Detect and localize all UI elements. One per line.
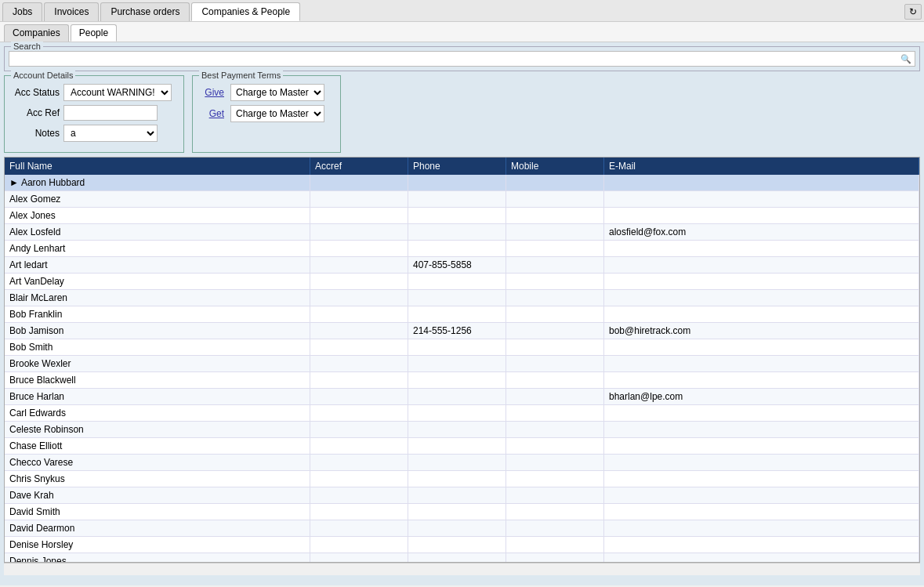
cell-accref — [310, 175, 408, 190]
table-row[interactable]: Celeste Robinson — [5, 422, 919, 438]
cell-name: Brooke Wexler — [5, 356, 310, 371]
get-label[interactable]: Get — [201, 108, 224, 119]
cell-name: Chris Snykus — [5, 471, 310, 487]
table-row[interactable]: Blair McLaren — [5, 290, 919, 306]
cell-email — [604, 241, 919, 256]
table-row[interactable]: Alex Gomez — [5, 191, 919, 208]
give-label[interactable]: Give — [201, 87, 224, 98]
cell-phone: 214-555-1256 — [408, 323, 506, 339]
account-details-box: Account Details Acc Status Account WARNI… — [4, 75, 184, 153]
col-fullname: Full Name — [5, 158, 310, 175]
acc-ref-input[interactable] — [63, 105, 158, 121]
cell-email — [604, 257, 919, 273]
payment-terms-label: Best Payment Terms — [199, 71, 283, 80]
table-row[interactable]: Alex Losfeldalosfield@fox.com — [5, 224, 919, 241]
table-row[interactable]: Denise Horsley — [5, 537, 919, 553]
cell-phone — [408, 487, 506, 503]
table-row[interactable]: Chris Snykus — [5, 471, 919, 487]
cell-email: bharlan@lpe.com — [604, 389, 919, 404]
cell-accref — [310, 438, 408, 454]
cell-phone — [408, 306, 506, 322]
table-row[interactable]: Bob Franklin — [5, 306, 919, 323]
cell-mobile — [506, 323, 604, 339]
top-tab-invoices[interactable]: Invoices — [44, 2, 99, 21]
acc-status-row: Acc Status Account WARNING! Active Inact… — [13, 84, 176, 101]
table-row[interactable]: Bob Jamison214-555-1256bob@hiretrack.com — [5, 323, 919, 339]
table-row[interactable]: Bruce Harlanbharlan@lpe.com — [5, 389, 919, 405]
payment-terms-box: Best Payment Terms Give Charge to Master… — [192, 75, 341, 153]
table-row[interactable]: Chase Elliott — [5, 438, 919, 455]
cell-phone — [408, 241, 506, 256]
cell-accref — [310, 323, 408, 339]
notes-label: Notes — [13, 128, 60, 139]
search-section-label: Search — [11, 42, 43, 51]
table-row[interactable]: Dave Krah — [5, 487, 919, 504]
cell-mobile — [506, 405, 604, 421]
table-row[interactable]: David Smith — [5, 504, 919, 520]
cell-email — [604, 553, 919, 562]
acc-status-select[interactable]: Account WARNING! Active Inactive On Hold — [63, 84, 172, 101]
notes-select[interactable]: a — [63, 125, 158, 142]
cell-email — [604, 504, 919, 520]
table-row[interactable]: Alex Jones — [5, 208, 919, 224]
cell-mobile — [506, 455, 604, 470]
bottom-scrollbar[interactable] — [4, 563, 920, 575]
top-tab-jobs[interactable]: Jobs — [2, 2, 42, 21]
filter-area: Account Details Acc Status Account WARNI… — [4, 75, 920, 153]
cell-phone — [408, 455, 506, 470]
cell-mobile — [506, 175, 604, 190]
table-row[interactable]: David Dearmon — [5, 520, 919, 537]
table-row[interactable]: ►Aaron Hubbard — [5, 175, 919, 191]
top-tab-purchase-orders[interactable]: Purchase orders — [100, 2, 190, 21]
table-row[interactable]: Andy Lenhart — [5, 241, 919, 257]
cell-phone — [408, 224, 506, 240]
cell-name: Denise Horsley — [5, 537, 310, 553]
cell-accref — [310, 471, 408, 487]
sub-tab-people[interactable]: People — [71, 24, 117, 42]
give-row: Give Charge to Master Net 30 Net 60 COD … — [201, 84, 332, 101]
cell-name: Celeste Robinson — [5, 422, 310, 437]
cell-email — [604, 520, 919, 536]
cell-email — [604, 438, 919, 454]
cell-name: Art ledart — [5, 257, 310, 273]
cell-name: Bob Smith — [5, 339, 310, 355]
table-row[interactable]: Checco Varese — [5, 455, 919, 471]
table-row[interactable]: Art ledart407-855-5858 — [5, 257, 919, 274]
get-select[interactable]: Charge to Master Net 30 Net 60 COD Prepa… — [230, 105, 324, 122]
search-input[interactable] — [13, 53, 900, 64]
table-row[interactable]: Dennis Jones — [5, 553, 919, 562]
cell-name: Art VanDelay — [5, 274, 310, 289]
top-tabs-left: JobsInvoicesPurchase ordersCompanies & P… — [2, 2, 300, 21]
cell-accref — [310, 553, 408, 562]
table-row[interactable]: Bob Smith — [5, 339, 919, 356]
search-input-wrap: 🔍 — [9, 51, 915, 67]
acc-status-label: Acc Status — [13, 87, 60, 98]
cell-email — [604, 471, 919, 487]
cell-accref — [310, 520, 408, 536]
cell-mobile — [506, 241, 604, 256]
cell-phone: 407-855-5858 — [408, 257, 506, 273]
acc-ref-row: Acc Ref — [13, 105, 176, 121]
cell-mobile — [506, 191, 604, 207]
table-row[interactable]: Brooke Wexler — [5, 356, 919, 372]
table-row[interactable]: Art VanDelay — [5, 274, 919, 290]
cell-phone — [408, 504, 506, 520]
get-row: Get Charge to Master Net 30 Net 60 COD P… — [201, 105, 332, 122]
cell-email — [604, 487, 919, 503]
refresh-button[interactable]: ↻ — [904, 4, 922, 20]
cell-accref — [310, 422, 408, 437]
cell-email — [604, 306, 919, 322]
give-select[interactable]: Charge to Master Net 30 Net 60 COD Prepa… — [230, 84, 324, 101]
cell-accref — [310, 504, 408, 520]
cell-accref — [310, 487, 408, 503]
table-body: ►Aaron HubbardAlex GomezAlex JonesAlex L… — [5, 175, 919, 562]
top-tab-companies-and-people[interactable]: Companies & People — [191, 2, 300, 21]
cell-accref — [310, 389, 408, 404]
cell-mobile — [506, 520, 604, 536]
cell-mobile — [506, 537, 604, 553]
sub-tab-companies[interactable]: Companies — [4, 24, 69, 42]
table-row[interactable]: Bruce Blackwell — [5, 372, 919, 389]
table-row[interactable]: Carl Edwards — [5, 405, 919, 422]
cell-phone — [408, 175, 506, 190]
notes-row: Notes a — [13, 125, 176, 142]
